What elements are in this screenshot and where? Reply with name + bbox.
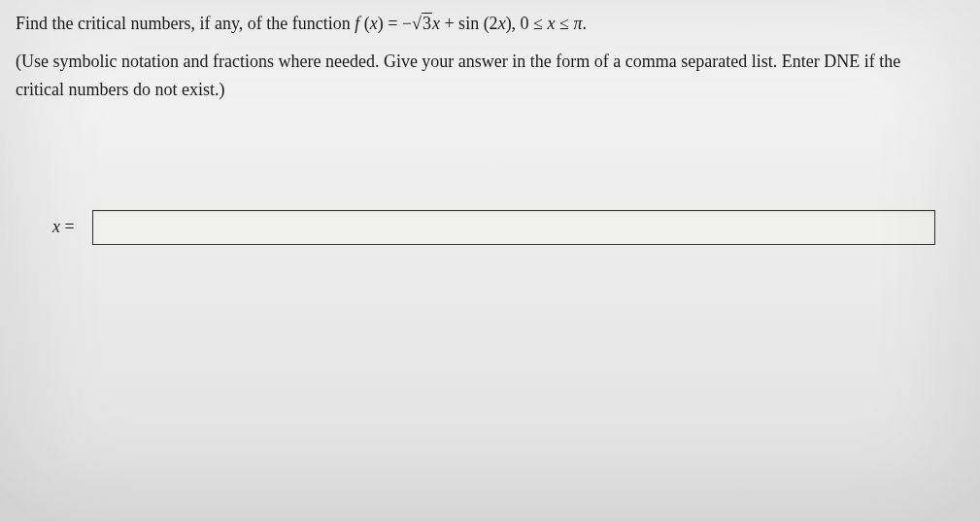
sqrt-radicand: 3 [422, 13, 432, 33]
radical-icon: √ [412, 14, 422, 33]
problem-statement-line1: Find the critical numbers, if any, of th… [16, 12, 964, 36]
x-after-sqrt: x [432, 14, 440, 33]
sin-close-domain: ), 0 ≤ [506, 14, 548, 33]
problem-instructions-line3: critical numbers do not exist.) [16, 78, 964, 102]
answer-var-x: x [52, 217, 60, 236]
plus-sin: + sin (2 [440, 14, 498, 33]
answer-label: x = [52, 217, 75, 237]
answer-row: x = [16, 210, 964, 245]
equals: ) = [378, 14, 402, 33]
period: . [582, 14, 587, 33]
negative-sign: − [402, 14, 412, 33]
sin-var-x: x [498, 14, 506, 33]
function-var-x: x [370, 14, 378, 33]
answer-equals: = [60, 217, 75, 236]
paren-open: ( [359, 14, 370, 33]
answer-input[interactable] [92, 210, 935, 245]
problem-instructions-line2: (Use symbolic notation and fractions whe… [16, 50, 964, 74]
domain-x: x [548, 14, 556, 33]
sqrt-expression: √3 [412, 12, 432, 36]
prompt-text: Find the critical numbers, if any, of th… [16, 14, 355, 33]
domain-leq: ≤ [556, 14, 574, 33]
